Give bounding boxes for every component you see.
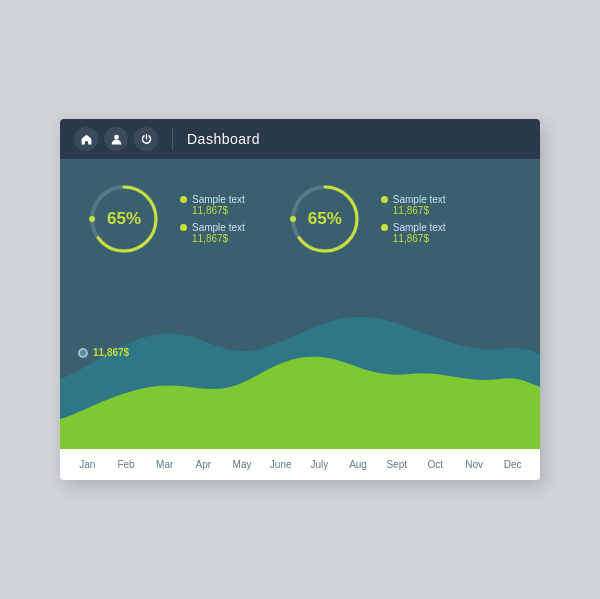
- header-divider: [172, 128, 173, 150]
- gauge-group-1: 65% Sample text 11,867$ Sample text: [84, 179, 245, 259]
- month-dec: Dec: [493, 459, 532, 470]
- svg-point-0: [114, 134, 119, 139]
- power-icon: [140, 133, 153, 146]
- months-footer: Jan Feb Mar Apr May June July Aug Sept O…: [60, 449, 540, 480]
- chart-label-text: 11,867$: [93, 347, 129, 358]
- gauge-2-value-2: 11,867$: [393, 233, 446, 244]
- chart-area: 11,867$: [60, 279, 540, 449]
- gauge-1-value-1: 11,867$: [192, 205, 245, 216]
- gauge-1-legend: Sample text 11,867$ Sample text 11,867$: [180, 194, 245, 244]
- month-aug: Aug: [339, 459, 378, 470]
- gauge-1-legend-item-1: Sample text 11,867$: [180, 194, 245, 216]
- gauge-2-legend-item-2: Sample text 11,867$: [381, 222, 446, 244]
- user-icon: [110, 133, 123, 146]
- gauge-1-legend-item-2: Sample text 11,867$: [180, 222, 245, 244]
- month-oct: Oct: [416, 459, 455, 470]
- month-june: June: [261, 459, 300, 470]
- month-mar: Mar: [145, 459, 184, 470]
- month-apr: Apr: [184, 459, 223, 470]
- month-may: May: [223, 459, 262, 470]
- gauge-2-value-1: 11,867$: [393, 205, 446, 216]
- legend-dot-4: [381, 224, 388, 231]
- month-july: July: [300, 459, 339, 470]
- gauge-2-label-2: Sample text: [393, 222, 446, 233]
- month-sept: Sept: [377, 459, 416, 470]
- svg-point-6: [290, 216, 296, 222]
- circle-gauge-1: 65%: [84, 179, 164, 259]
- header-title: Dashboard: [187, 131, 260, 147]
- gauge-2-label-1: Sample text: [393, 194, 446, 205]
- chart-value-label: 11,867$: [78, 347, 129, 358]
- legend-dot-3: [381, 196, 388, 203]
- gauge-1-percent: 65%: [107, 209, 141, 229]
- svg-point-3: [89, 216, 95, 222]
- gauge-1-label-1: Sample text: [192, 194, 245, 205]
- main-content: 65% Sample text 11,867$ Sample text: [60, 159, 540, 449]
- area-chart-svg: [60, 279, 540, 449]
- gauge-1-label-2: Sample text: [192, 222, 245, 233]
- gauge-2-percent: 65%: [308, 209, 342, 229]
- gauges-row: 65% Sample text 11,867$ Sample text: [84, 179, 516, 259]
- user-icon-button[interactable]: [104, 127, 128, 151]
- month-jan: Jan: [68, 459, 107, 470]
- legend-dot-1: [180, 196, 187, 203]
- power-icon-button[interactable]: [134, 127, 158, 151]
- month-feb: Feb: [107, 459, 146, 470]
- month-nov: Nov: [455, 459, 494, 470]
- gauge-group-2: 65% Sample text 11,867$ Sample text: [285, 179, 446, 259]
- home-icon-button[interactable]: [74, 127, 98, 151]
- home-icon: [80, 133, 93, 146]
- gauge-2-legend-item-1: Sample text 11,867$: [381, 194, 446, 216]
- circle-gauge-2: 65%: [285, 179, 365, 259]
- legend-dot-2: [180, 224, 187, 231]
- chart-dot: [78, 348, 88, 358]
- header-bar: Dashboard: [60, 119, 540, 159]
- header-icons-group: [74, 127, 158, 151]
- gauge-2-legend: Sample text 11,867$ Sample text 11,867$: [381, 194, 446, 244]
- dashboard-card: Dashboard 65%: [60, 119, 540, 480]
- gauge-1-value-2: 11,867$: [192, 233, 245, 244]
